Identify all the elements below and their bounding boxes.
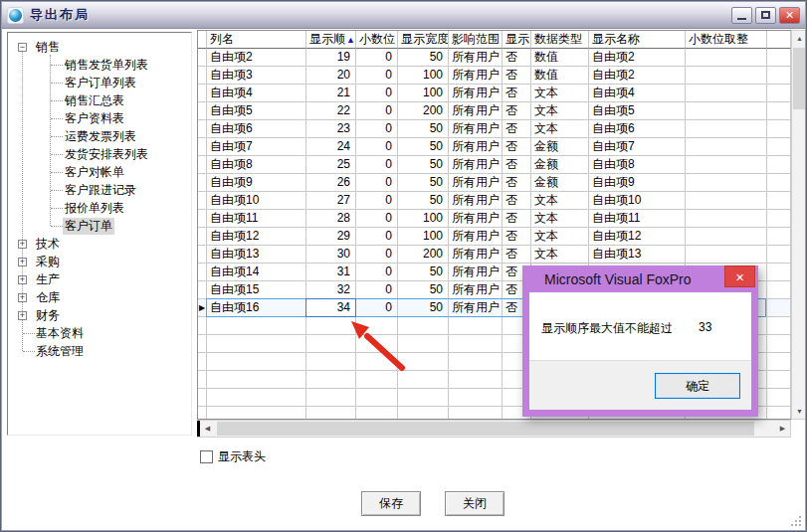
cell-显示顺[interactable]: 25 <box>306 156 356 174</box>
cell-小数位取整[interactable] <box>686 138 767 156</box>
cell-影响范围[interactable]: 所有用户 <box>449 67 503 85</box>
cell-影响范围[interactable]: 所有用户 <box>449 156 503 174</box>
cell-影响范围[interactable]: 所有用户 <box>449 49 503 67</box>
cell-显示顺[interactable]: 32 <box>306 281 356 299</box>
tree-item-客户订单[interactable]: 客户订单 <box>63 218 114 235</box>
tree-collapse-icon[interactable]: − <box>18 43 27 52</box>
cell-列名[interactable]: 自由项11 <box>207 210 306 228</box>
cell-显示宽度[interactable]: 100 <box>398 85 449 102</box>
cell-显示名称[interactable]: 自由项11 <box>589 210 686 228</box>
resize-grip-icon[interactable] <box>789 514 801 526</box>
tree-item-财务[interactable]: 财务 <box>34 307 62 324</box>
cell-显示顺[interactable]: 23 <box>306 120 356 138</box>
cell-小数位取整[interactable] <box>686 156 767 174</box>
cell-数据类型[interactable]: 金额 <box>531 138 589 156</box>
cell-列名[interactable]: 自由项6 <box>207 120 306 138</box>
cell-小数位取整[interactable] <box>686 228 767 246</box>
cell-数据类型[interactable]: 数值 <box>531 67 589 85</box>
cell-列名[interactable]: 自由项14 <box>207 264 306 281</box>
cell-影响范围[interactable]: 所有用户 <box>449 174 503 192</box>
cell-显示宽度[interactable]: 200 <box>398 102 449 120</box>
cell-显示[interactable]: 否 <box>503 246 531 264</box>
cell-小数位取整[interactable] <box>686 210 767 228</box>
cell-数据类型[interactable]: 文本 <box>531 246 589 264</box>
cell-数据类型[interactable]: 金额 <box>531 174 589 192</box>
column-header-小数位[interactable]: 小数位 <box>356 31 398 49</box>
tree-item-系统管理[interactable]: 系统管理 <box>34 343 86 360</box>
cell-列名[interactable]: 自由项5 <box>207 102 306 120</box>
cell-小数位取整[interactable] <box>686 246 767 264</box>
show-header-checkbox[interactable] <box>200 450 213 463</box>
cell-显示[interactable]: 否 <box>503 174 531 192</box>
column-header-显示名称[interactable]: 显示名称 <box>589 31 686 49</box>
cell-列名[interactable]: 自由项2 <box>207 49 306 67</box>
cell-小数位取整[interactable] <box>686 85 767 102</box>
column-header-显示[interactable]: 显示 <box>503 31 531 49</box>
cell-显示顺[interactable]: 22 <box>306 102 356 120</box>
tree-item-仓库[interactable]: 仓库 <box>34 289 62 306</box>
cell-显示宽度[interactable]: 50 <box>398 264 449 281</box>
tree-item-客户跟进记录[interactable]: 客户跟进记录 <box>63 182 138 199</box>
cell-列名[interactable]: 自由项10 <box>207 192 306 210</box>
cell-数据类型[interactable]: 文本 <box>531 192 589 210</box>
ok-button[interactable]: 确定 <box>655 373 740 399</box>
tree-expand-icon[interactable]: + <box>18 275 27 284</box>
cell-显示名称[interactable]: 自由项6 <box>589 120 686 138</box>
cell-显示宽度[interactable]: 100 <box>398 67 449 85</box>
cell-小数位[interactable]: 0 <box>356 156 398 174</box>
close-dialog-button[interactable]: 关闭 <box>445 491 504 516</box>
cell-显示宽度[interactable]: 50 <box>398 192 449 210</box>
cell-列名[interactable]: 自由项7 <box>207 138 306 156</box>
cell-小数位取整[interactable] <box>686 102 767 120</box>
cell-数据类型[interactable]: 文本 <box>531 228 589 246</box>
cell-列名[interactable]: 自由项9 <box>207 174 306 192</box>
cell-影响范围[interactable]: 所有用户 <box>449 85 503 102</box>
cell-小数位[interactable]: 0 <box>356 192 398 210</box>
horizontal-scrollbar[interactable]: ◀ ▶ <box>197 420 791 438</box>
cell-显示顺[interactable]: 19 <box>306 49 356 67</box>
column-header-显示宽度[interactable]: 显示宽度 <box>398 31 449 49</box>
tree-item-客户订单列表[interactable]: 客户订单列表 <box>63 75 138 91</box>
cell-显示宽度[interactable]: 50 <box>398 120 449 138</box>
tree-item-发货安排表列表[interactable]: 发货安排表列表 <box>63 146 150 163</box>
cell-显示[interactable]: 否 <box>503 192 531 210</box>
tree-item-采购[interactable]: 采购 <box>34 254 62 270</box>
cell-小数位[interactable]: 0 <box>356 228 398 246</box>
cell-显示宽度[interactable]: 200 <box>398 246 449 264</box>
cell-小数位[interactable]: 0 <box>356 85 398 102</box>
cell-显示名称[interactable]: 自由项2 <box>589 67 686 85</box>
tree-item-基本资料[interactable]: 基本资料 <box>34 325 86 342</box>
cell-影响范围[interactable]: 所有用户 <box>449 228 503 246</box>
cell-数据类型[interactable]: 文本 <box>531 102 589 120</box>
cell-小数位[interactable]: 0 <box>356 281 398 299</box>
cell-影响范围[interactable]: 所有用户 <box>449 192 503 210</box>
column-header-数据类型[interactable]: 数据类型 <box>531 31 589 49</box>
cell-影响范围[interactable]: 所有用户 <box>449 210 503 228</box>
scroll-up-button[interactable]: ▲ <box>792 31 807 46</box>
column-header-小数位取整[interactable]: 小数位取整 <box>686 31 767 49</box>
cell-显示顺[interactable]: 21 <box>306 85 356 102</box>
tree-expand-icon[interactable]: + <box>18 258 27 266</box>
cell-显示[interactable]: 否 <box>503 210 531 228</box>
column-header-显示顺[interactable]: 显示顺▲ <box>306 31 356 49</box>
cell-显示名称[interactable]: 自由项8 <box>589 156 686 174</box>
cell-显示名称[interactable]: 自由项4 <box>589 85 686 102</box>
tree-item-技术[interactable]: 技术 <box>34 236 62 253</box>
cell-数据类型[interactable]: 文本 <box>531 210 589 228</box>
vertical-scroll-thumb[interactable] <box>793 48 806 109</box>
cell-显示[interactable]: 否 <box>503 156 531 174</box>
cell-显示[interactable]: 否 <box>503 49 531 67</box>
cell-小数位[interactable]: 0 <box>356 246 398 264</box>
cell-数据类型[interactable]: 文本 <box>531 120 589 138</box>
cell-影响范围[interactable]: 所有用户 <box>449 120 503 138</box>
cell-小数位[interactable]: 0 <box>356 138 398 156</box>
tree-item-报价单列表[interactable]: 报价单列表 <box>63 200 126 217</box>
scroll-left-button[interactable]: ◀ <box>200 421 215 436</box>
cell-影响范围[interactable]: 所有用户 <box>449 281 503 299</box>
cell-小数位取整[interactable] <box>686 49 767 67</box>
cell-显示名称[interactable]: 自由项12 <box>589 228 686 246</box>
horizontal-scroll-thumb[interactable] <box>217 422 754 436</box>
tree-item-销售汇总表[interactable]: 销售汇总表 <box>63 92 126 109</box>
cell-显示宽度[interactable]: 100 <box>398 228 449 246</box>
cell-显示顺[interactable]: 20 <box>306 67 356 85</box>
